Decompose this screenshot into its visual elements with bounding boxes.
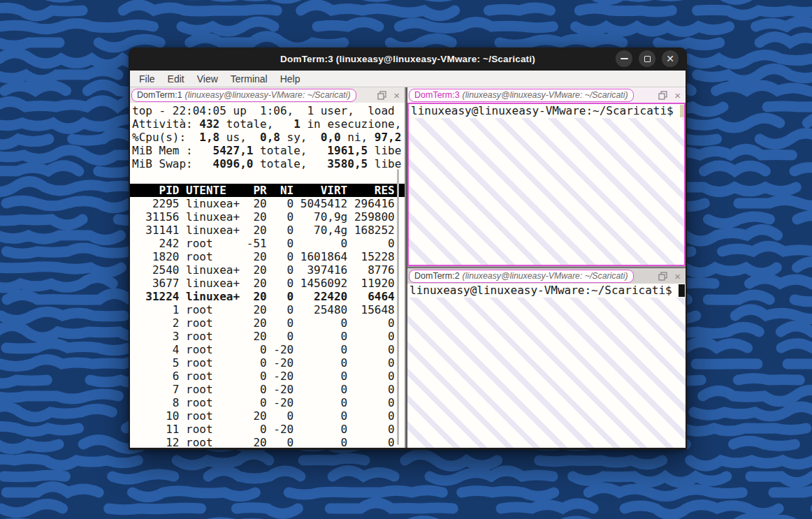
process-row: 31156 linuxea+ 20 0 70,9g 259800 [130, 210, 405, 224]
process-row: 242 root -51 0 0 0 [130, 237, 405, 250]
detach-pane-icon[interactable] [658, 91, 667, 100]
pane-domterm3-tabbar: DomTerm:3 (linuxeasy@linuxeasy-VMware: ~… [407, 87, 686, 103]
text-segment: 1 [293, 117, 300, 131]
menu-bar: FileEditViewTerminalHelp [130, 71, 686, 87]
top-summary-line: %Cpu(s): 1,8 us, 0,8 sy, 0,0 ni, 97,2 [130, 131, 405, 144]
shell-prompt: linuxeasy@linuxeasy-VMware:~/Scaricati$ [411, 104, 680, 117]
process-row: 1820 root 20 0 1601864 15228 [130, 250, 405, 263]
process-row: 8 root 0 -20 0 0 [130, 396, 405, 409]
text-segment: libe [368, 157, 401, 170]
tab-domterm3-detail: (linuxeasy@linuxeasy-VMware: ~/Scaricati… [463, 90, 628, 100]
process-row: 11 root 0 -20 0 0 [130, 423, 405, 436]
process-row: 3 root 20 0 0 0 [130, 330, 405, 343]
close-pane-icon[interactable]: × [392, 91, 401, 100]
process-row: 10 root 20 0 0 0 [130, 409, 405, 423]
tab-domterm3[interactable]: DomTerm:3 (linuxeasy@linuxeasy-VMware: ~… [409, 89, 634, 102]
menu-item[interactable]: Terminal [224, 72, 274, 86]
detach-pane-icon[interactable] [377, 91, 386, 100]
top-summary-line: MiB Swap: 4096,0 totale, 3580,5 libe [130, 157, 405, 170]
close-icon: ✕ [666, 54, 674, 64]
unused-area-stripes [407, 298, 686, 448]
text-segment: 0,0 [321, 131, 341, 144]
tab-domterm1-detail: (linuxeasy@linuxeasy-VMware: ~/Scaricati… [185, 90, 351, 100]
text-segment: us, [219, 131, 260, 144]
menu-item[interactable]: Edit [161, 72, 191, 86]
menu-item[interactable]: View [191, 72, 224, 86]
text-segment: totale, [253, 144, 327, 157]
pane-domterm2: DomTerm:2 (linuxeasy@linuxeasy-VMware: ~… [407, 268, 686, 448]
tab-domterm2-title: DomTerm:2 [414, 271, 460, 281]
maximize-button[interactable] [639, 50, 655, 67]
menu-item[interactable]: Help [274, 72, 307, 86]
process-row: 12 root 20 0 0 0 [130, 436, 405, 448]
domterm-window: DomTerm:3 (linuxeasy@linuxeasy-VMware: ~… [129, 47, 687, 450]
text-segment: %Cpu(s): [132, 131, 199, 144]
text-segment: 432 [199, 117, 219, 131]
text-segment: MiB Swap: [132, 157, 213, 170]
minimize-button[interactable] [616, 50, 632, 67]
text-segment: Attività: [132, 117, 199, 131]
shell-prompt-line: linuxeasy@linuxeasy-VMware:~/Scaricati$ [407, 284, 686, 297]
top-summary: top - 22:04:05 up 1:06, 1 user, loadAtti… [130, 104, 405, 170]
process-row: 6 root 0 -20 0 0 [130, 370, 405, 383]
minimize-icon [621, 58, 628, 59]
blank-line [130, 170, 405, 184]
process-row: 31224 linuxea+ 20 0 22420 6464 [130, 290, 405, 303]
pane-domterm1-tabbar: DomTerm:1 (linuxeasy@linuxeasy-VMware: ~… [130, 87, 405, 103]
process-row: 2 root 20 0 0 0 [130, 316, 405, 330]
process-row: 4 root 0 -20 0 0 [130, 343, 405, 356]
terminal-domterm3[interactable]: linuxeasy@linuxeasy-VMware:~/Scaricati$ [407, 103, 686, 266]
text-segment: 3580,5 [327, 157, 368, 170]
text-segment: sy, [280, 131, 321, 144]
pane-domterm1: DomTerm:1 (linuxeasy@linuxeasy-VMware: ~… [130, 87, 405, 448]
window-title: DomTerm:3 (linuxeasy@linuxeasy-VMware: ~… [280, 54, 535, 64]
text-segment: 1961,5 [327, 144, 368, 157]
text-segment: 0,8 [260, 131, 280, 144]
right-column: DomTerm:3 (linuxeasy@linuxeasy-VMware: ~… [407, 87, 686, 448]
top-summary-line: Attività: 432 totale, 1 in esecuzione, [130, 117, 405, 131]
menu-item[interactable]: File [133, 72, 161, 86]
text-segment: top - 22:04:05 up 1:06, 1 user, load [132, 104, 395, 117]
top-summary-line: MiB Mem : 5427,1 totale, 1961,5 libe [130, 144, 405, 157]
text-segment: 1,8 [199, 131, 219, 144]
text-segment: totale, [219, 117, 293, 131]
detach-pane-icon[interactable] [658, 272, 667, 281]
process-row: 5 root 0 -20 0 0 [130, 356, 405, 370]
text-segment: libe [368, 144, 401, 157]
pane-domterm3: DomTerm:3 (linuxeasy@linuxeasy-VMware: ~… [407, 87, 686, 266]
text-segment: 5427,1 [213, 144, 254, 157]
shell-prompt-line: linuxeasy@linuxeasy-VMware:~/Scaricati$ [409, 104, 684, 117]
text-segment: MiB Mem : [132, 144, 213, 157]
unused-area-stripes [409, 118, 684, 265]
process-row: 1 root 20 0 25480 15648 [130, 303, 405, 316]
close-button[interactable]: ✕ [662, 50, 679, 67]
tab-domterm1[interactable]: DomTerm:1 (linuxeasy@linuxeasy-VMware: ~… [131, 89, 356, 102]
process-row: 7 root 0 -20 0 0 [130, 383, 405, 396]
text-segment: 97,2 [375, 131, 402, 144]
process-row: 3677 linuxea+ 20 0 1456092 11920 [130, 277, 405, 290]
scrollbar-thumb[interactable] [397, 169, 399, 445]
process-row: 2540 linuxea+ 20 0 397416 8776 [130, 263, 405, 277]
terminal-cursor-inactive [680, 105, 686, 117]
pane-domterm2-tabbar: DomTerm:2 (linuxeasy@linuxeasy-VMware: ~… [407, 268, 686, 284]
terminal-domterm2[interactable]: linuxeasy@linuxeasy-VMware:~/Scaricati$ [407, 284, 686, 448]
top-process-list: 2295 linuxea+ 20 0 5045412 296416 31156 … [130, 197, 405, 448]
tab-domterm2[interactable]: DomTerm:2 (linuxeasy@linuxeasy-VMware: ~… [409, 270, 634, 283]
terminal-domterm1[interactable]: top - 22:04:05 up 1:06, 1 user, loadAtti… [130, 103, 405, 448]
tab-domterm3-title: DomTerm:3 [414, 90, 460, 100]
shell-prompt: linuxeasy@linuxeasy-VMware:~/Scaricati$ [409, 284, 679, 297]
text-segment: ni, [341, 131, 375, 144]
process-row: 31141 linuxea+ 20 0 70,4g 168252 [130, 224, 405, 237]
top-table-header: PID UTENTE PR NI VIRT RES [130, 184, 405, 197]
text-segment: in esecuzione, [300, 117, 402, 131]
close-pane-icon[interactable]: × [673, 91, 682, 100]
terminal-cursor-active [679, 284, 685, 297]
tab-domterm2-detail: (linuxeasy@linuxeasy-VMware: ~/Scaricati… [463, 271, 628, 281]
window-controls: ✕ [616, 50, 679, 67]
window-titlebar[interactable]: DomTerm:3 (linuxeasy@linuxeasy-VMware: ~… [130, 47, 686, 71]
maximize-icon [644, 56, 651, 62]
process-row: 2295 linuxea+ 20 0 5045412 296416 [130, 197, 405, 210]
text-segment: totale, [253, 157, 327, 170]
close-pane-icon[interactable]: × [673, 272, 682, 281]
top-summary-line: top - 22:04:05 up 1:06, 1 user, load [130, 104, 405, 117]
